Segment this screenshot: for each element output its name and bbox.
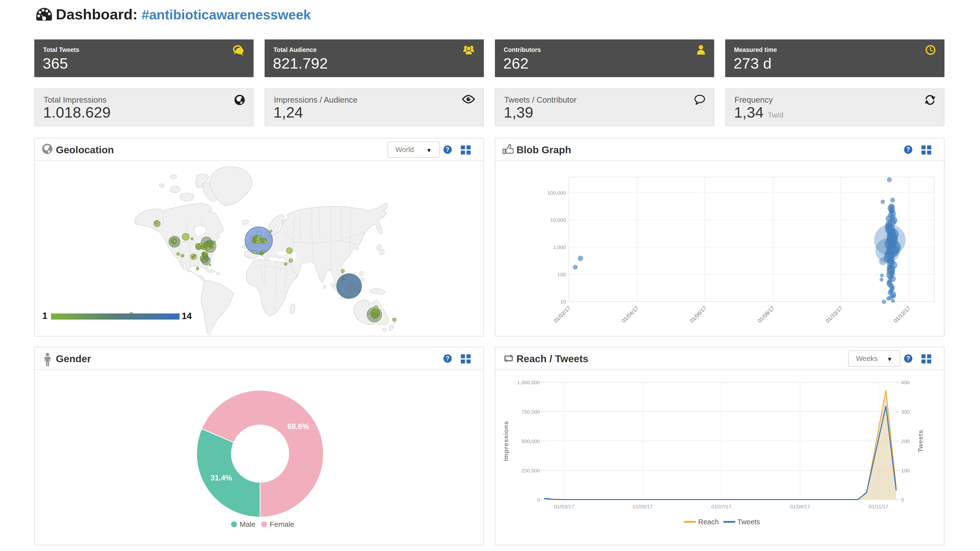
- svg-text:01/12/17: 01/12/17: [892, 305, 912, 324]
- svg-text:31.4%: 31.4%: [210, 473, 232, 482]
- svg-text:500,000: 500,000: [521, 438, 540, 444]
- svg-text:01/02/17: 01/02/17: [552, 305, 571, 324]
- svg-text:68.6%: 68.6%: [287, 422, 309, 431]
- svg-text:1: 1: [42, 311, 48, 321]
- svg-text:10,000: 10,000: [550, 217, 566, 223]
- svg-text:10: 10: [560, 299, 566, 304]
- svg-text:1,000: 1,000: [553, 245, 566, 250]
- svg-text:300: 300: [901, 409, 910, 414]
- svg-text:Female: Female: [270, 520, 294, 528]
- svg-text:0: 0: [537, 497, 540, 502]
- svg-text:01/03/17: 01/03/17: [554, 504, 574, 510]
- svg-text:0: 0: [901, 497, 904, 502]
- svg-text:?: ?: [906, 146, 910, 153]
- svg-text:?: ?: [445, 146, 449, 153]
- svg-text:?: ?: [445, 355, 449, 362]
- svg-text:?: ?: [906, 355, 910, 362]
- svg-text:Tweets: Tweets: [917, 430, 924, 452]
- svg-text:100,000: 100,000: [547, 190, 566, 196]
- svg-text:Tweets: Tweets: [737, 518, 760, 526]
- svg-text:01/07/17: 01/07/17: [711, 504, 731, 510]
- svg-text:750,000: 750,000: [521, 409, 540, 414]
- svg-text:Impressions: Impressions: [502, 421, 510, 461]
- svg-text:100: 100: [557, 272, 566, 277]
- svg-text:Male: Male: [240, 520, 256, 528]
- svg-text:250,000: 250,000: [521, 468, 540, 473]
- svg-text:01/06/17: 01/06/17: [689, 305, 708, 324]
- svg-text:100: 100: [901, 468, 910, 473]
- svg-text:01/09/17: 01/09/17: [790, 504, 810, 510]
- svg-text:01/04/17: 01/04/17: [620, 305, 640, 324]
- svg-text:Reach: Reach: [698, 518, 719, 526]
- svg-text:200: 200: [901, 438, 910, 444]
- svg-text:01/05/17: 01/05/17: [633, 504, 653, 510]
- svg-text:01/08/17: 01/08/17: [757, 305, 776, 324]
- svg-text:14: 14: [181, 311, 192, 321]
- svg-text:01/11/17: 01/11/17: [869, 504, 888, 510]
- svg-text:01/10/17: 01/10/17: [824, 305, 843, 324]
- svg-text:1,000,000: 1,000,000: [517, 380, 540, 385]
- svg-text:400: 400: [901, 380, 910, 385]
